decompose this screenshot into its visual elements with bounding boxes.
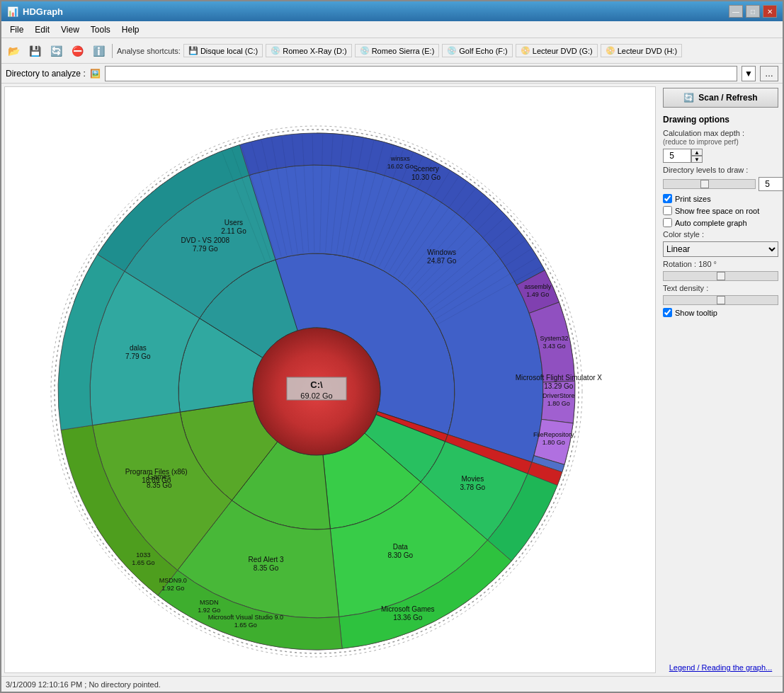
calc-depth-up[interactable]: ▲ <box>691 149 703 156</box>
shortcut-g[interactable]: 📀 Lecteur DVD (G:) <box>516 44 598 57</box>
shortcut-c[interactable]: 💾 Disque local (C:) <box>183 44 263 57</box>
shortcut-f[interactable]: 💿 Golf Echo (F:) <box>442 44 512 57</box>
save-button[interactable]: 💾 <box>25 42 44 60</box>
option-group: Calculation max depth : (reduce to impro… <box>663 129 778 317</box>
directory-browse[interactable]: … <box>760 66 778 81</box>
show-tooltip-checkbox[interactable] <box>663 308 672 317</box>
dir-levels-row: ▲ ▼ <box>663 177 778 191</box>
show-tooltip-row: Show tooltip <box>663 308 778 317</box>
menu-help[interactable]: Help <box>116 23 145 36</box>
minimize-button[interactable]: — <box>729 5 743 18</box>
shortcut-e[interactable]: 💿 Romeo Sierra (E:) <box>355 44 440 57</box>
directory-dropdown[interactable]: ▼ <box>742 66 756 81</box>
dir-levels-slider[interactable] <box>663 179 756 189</box>
dir-levels-spin: ▲ ▼ <box>759 177 783 191</box>
legend-link[interactable]: Legend / Reading the graph... <box>663 663 778 672</box>
auto-complete-checkbox[interactable] <box>663 218 672 227</box>
main-content: C:\ 69.02 Go <box>1 84 783 676</box>
chart-area[interactable]: C:\ 69.02 Go <box>4 86 656 673</box>
calc-depth-input[interactable] <box>663 149 691 163</box>
text-density-label: Text density : <box>663 284 778 292</box>
directory-bar: Directory to analyze : 🖼️ ▼ … <box>1 64 783 84</box>
dir-levels-input[interactable] <box>759 177 783 191</box>
dir-levels-label: Directory levels to draw : <box>663 166 778 174</box>
status-text: 3/1/2009 12:10:16 PM ; No directory poin… <box>6 680 161 689</box>
refresh-icon: 🔄 <box>683 93 694 103</box>
show-tooltip-label[interactable]: Show tooltip <box>675 309 717 317</box>
right-panel: 🔄 Scan / Refresh Drawing options Calcula… <box>659 84 783 676</box>
scan-button-label: Scan / Refresh <box>698 93 757 103</box>
print-sizes-label[interactable]: Print sizes <box>675 195 711 203</box>
show-free-space-checkbox[interactable] <box>663 206 672 215</box>
menu-edit[interactable]: Edit <box>29 23 55 36</box>
info-button[interactable]: ℹ️ <box>89 42 108 60</box>
calc-depth-spin: ▲ ▼ <box>663 149 703 163</box>
calc-depth-row: ▲ ▼ <box>663 149 778 163</box>
print-sizes-checkbox[interactable] <box>663 194 672 203</box>
menu-file[interactable]: File <box>4 23 29 36</box>
menu-bar: File Edit View Tools Help <box>1 21 783 38</box>
maximize-button[interactable]: □ <box>746 5 760 18</box>
rotation-value: 180 ° <box>698 260 717 268</box>
app-icon: 📊 <box>7 6 18 17</box>
drawing-options-label: Drawing options <box>663 115 778 125</box>
shortcut-d[interactable]: 💿 Romeo X-Ray (D:) <box>266 44 351 57</box>
rotation-row <box>663 271 778 281</box>
title-bar-buttons: — □ ✕ <box>729 5 777 18</box>
show-free-space-label[interactable]: Show free space on root <box>675 207 759 215</box>
rotation-slider[interactable] <box>663 271 778 281</box>
stop-button[interactable]: ⛔ <box>68 42 86 60</box>
menu-tools[interactable]: Tools <box>85 23 116 36</box>
directory-label: Directory to analyze : <box>6 69 86 79</box>
rotation-label-text: Rotation : 180 ° <box>663 260 778 268</box>
calc-depth-label: Calculation max depth : (reduce to impro… <box>663 129 778 146</box>
app-title: HDGraph <box>23 6 63 17</box>
analyse-label: Analyse shortcuts: <box>117 47 181 55</box>
auto-complete-label[interactable]: Auto complete graph <box>675 219 747 227</box>
shortcut-h[interactable]: 📀 Lecteur DVD (H:) <box>601 44 682 57</box>
rotation-label: Rotation : <box>663 260 696 268</box>
open-button[interactable]: 📂 <box>4 42 23 60</box>
menu-view[interactable]: View <box>55 23 85 36</box>
main-window: 📊 HDGraph — □ ✕ File Edit View Tools Hel… <box>0 0 784 693</box>
text-density-row <box>663 295 778 305</box>
close-button[interactable]: ✕ <box>763 5 777 18</box>
text-density-slider[interactable] <box>663 295 778 305</box>
print-sizes-row: Print sizes <box>663 194 778 203</box>
status-bar: 3/1/2009 12:10:16 PM ; No directory poin… <box>1 676 783 692</box>
dir-icon: 🖼️ <box>90 69 101 79</box>
refresh-button[interactable]: 🔄 <box>47 42 65 60</box>
auto-complete-row: Auto complete graph <box>663 218 778 227</box>
directory-input[interactable] <box>105 66 737 81</box>
color-style-label: Color style : <box>663 230 778 239</box>
toolbar-separator <box>112 44 113 58</box>
color-style-select[interactable]: Linear Random Fixed <box>663 241 778 257</box>
disk-chart-canvas[interactable] <box>5 87 628 673</box>
toolbar: 📂 💾 🔄 ⛔ ℹ️ Analyse shortcuts: 💾 Disque l… <box>1 38 783 64</box>
calc-depth-spinners: ▲ ▼ <box>691 149 703 163</box>
calc-depth-down[interactable]: ▼ <box>691 156 703 163</box>
show-free-space-row: Show free space on root <box>663 206 778 215</box>
calc-depth-note: (reduce to improve perf) <box>663 138 739 146</box>
scan-refresh-button[interactable]: 🔄 Scan / Refresh <box>663 88 778 108</box>
title-bar-left: 📊 HDGraph <box>7 6 63 17</box>
calc-depth-text: Calculation max depth : <box>663 129 744 137</box>
title-bar: 📊 HDGraph — □ ✕ <box>1 1 783 21</box>
